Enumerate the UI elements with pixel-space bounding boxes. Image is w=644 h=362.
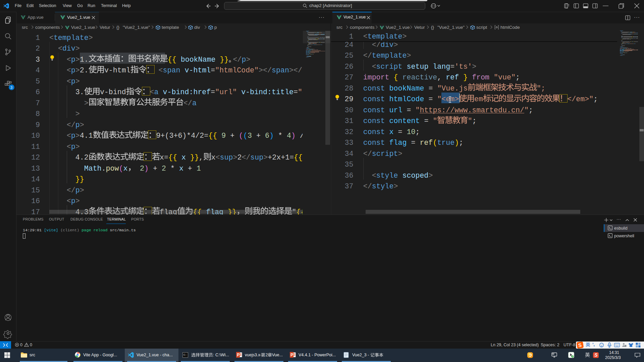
svg-text:P: P — [237, 353, 239, 357]
svg-text:P: P — [290, 353, 293, 357]
